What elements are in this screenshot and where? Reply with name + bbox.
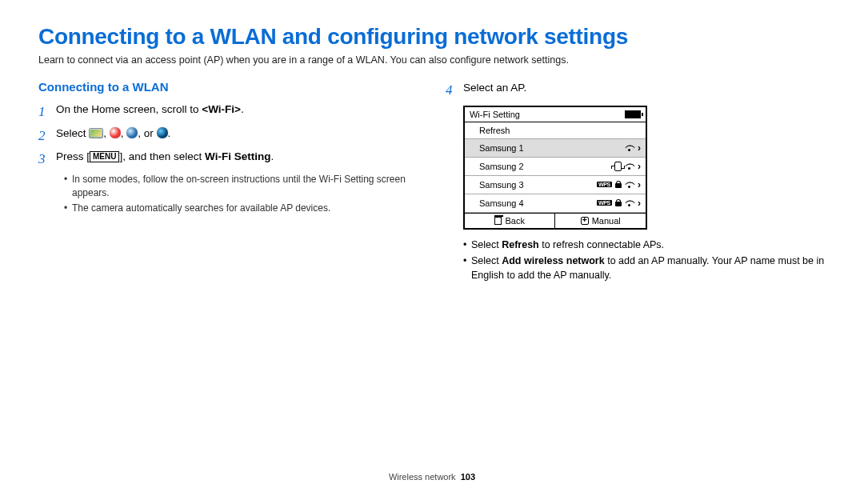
page-footer: Wireless network 103 (0, 472, 864, 482)
page-title: Connecting to a WLAN and configuring net… (38, 24, 826, 50)
ap-row-2[interactable]: Samsung 2 › (465, 158, 646, 176)
step-1-post: . (241, 103, 244, 115)
t2-bold: Add wireless network (502, 255, 605, 266)
step-4-text: Select an AP. (463, 80, 826, 96)
step-2: 2 Select , , , or . (38, 126, 426, 146)
step-3: 3 Press [MENU], and then select Wi-Fi Se… (38, 149, 426, 170)
page-number: 103 (461, 472, 475, 482)
tip-refresh: • Select Refresh to refresh connectable … (463, 238, 826, 252)
manual-label: Manual (592, 216, 621, 226)
wifi-icon (625, 181, 634, 189)
globe-icon (126, 127, 138, 138)
chevron-right-icon: › (638, 179, 641, 190)
menu-button-icon: MENU (90, 151, 119, 162)
step-1-pre: On the Home screen, scroll to (56, 103, 202, 115)
ap-row-3[interactable]: Samsung 3 WPS › (465, 176, 646, 194)
page-intro: Learn to connect via an access point (AP… (38, 54, 826, 66)
step-number: 4 (446, 80, 463, 101)
lock-icon (615, 199, 622, 207)
t1-post: to refresh connectable APs. (539, 239, 664, 250)
step-4: 4 Select an AP. (446, 80, 826, 101)
sep1: , (103, 127, 110, 139)
footer-section: Wireless network (389, 472, 456, 482)
step-3-bold: Wi-Fi Setting (205, 150, 270, 162)
step-3-notes: •In some modes, follow the on-screen ins… (38, 173, 426, 216)
ap-name-3: Samsung 3 (479, 180, 524, 190)
tip-add-network: • Select Add wireless network to add an … (463, 254, 826, 282)
lens-icon (157, 127, 168, 138)
battery-icon (625, 110, 641, 118)
or: , or (138, 127, 156, 139)
wifi-icon (625, 199, 634, 207)
step-3-mid: ], and then select (119, 150, 205, 162)
plus-icon (581, 217, 589, 225)
section-heading: Connecting to a WLAN (38, 80, 426, 94)
step-1-bold: <Wi-Fi> (202, 103, 241, 115)
t2-pre: Select (471, 255, 502, 266)
chevron-right-icon: › (638, 142, 641, 154)
step-2-post: . (168, 127, 171, 139)
wps-icon: WPS (597, 200, 612, 206)
note-2: The camera automatically searches for av… (72, 202, 330, 215)
wifi-icon (625, 144, 634, 152)
sep2: , (121, 127, 127, 139)
landscape-icon (89, 128, 103, 138)
wps-icon: WPS (597, 182, 612, 187)
step-3-post: . (270, 150, 274, 162)
refresh-label: Refresh (479, 126, 510, 135)
step-2-pre: Select (56, 127, 89, 139)
ap-row-1[interactable]: Samsung 1 › (465, 139, 646, 158)
trash-icon (494, 217, 502, 225)
t1-bold: Refresh (502, 239, 539, 250)
refresh-row[interactable]: Refresh (465, 122, 646, 139)
ap-row-4[interactable]: Samsung 4 WPS › (465, 194, 646, 213)
back-label: Back (505, 216, 524, 226)
step-number: 1 (38, 102, 56, 122)
ap-name-2: Samsung 2 (479, 162, 524, 171)
back-button[interactable]: Back (465, 214, 556, 228)
wifi-setting-panel: Wi-Fi Setting Refresh Samsung 1 › Samsun… (463, 106, 647, 230)
ap-name-4: Samsung 4 (479, 198, 524, 208)
step-3-pre: Press [ (56, 150, 90, 162)
chevron-right-icon: › (638, 198, 641, 209)
t1-pre: Select (471, 239, 502, 250)
panel-title: Wi-Fi Setting (470, 110, 520, 119)
device-icon (614, 162, 622, 171)
record-icon (110, 127, 121, 138)
ap-name-1: Samsung 1 (479, 143, 524, 153)
note-1: In some modes, follow the on-screen inst… (72, 173, 426, 201)
manual-button[interactable]: Manual (555, 214, 646, 228)
chevron-right-icon: › (638, 161, 641, 172)
step-number: 2 (38, 126, 56, 146)
step-number: 3 (38, 149, 56, 170)
lock-icon (615, 181, 622, 189)
wifi-icon (625, 162, 634, 170)
step-1: 1 On the Home screen, scroll to <Wi-Fi>. (38, 102, 426, 122)
